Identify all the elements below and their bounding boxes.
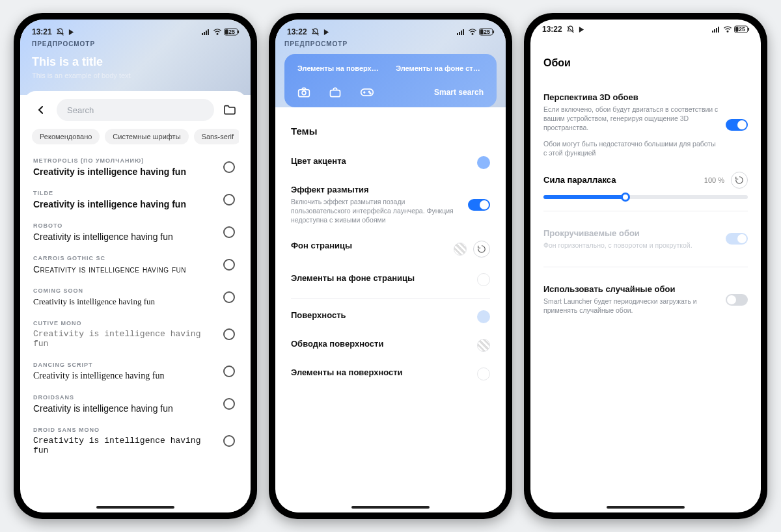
pagebg-swatch[interactable] — [454, 243, 467, 256]
row-note: Обои могут быть недостаточно большими дл… — [543, 139, 719, 157]
home-indicator[interactable] — [607, 506, 685, 509]
alarm-off-icon — [566, 25, 575, 34]
battery-pct: 25 — [228, 29, 235, 35]
briefcase-icon[interactable] — [329, 86, 342, 98]
home-indicator[interactable] — [351, 506, 430, 509]
row-page-bg[interactable]: Фон страницы — [291, 233, 490, 265]
parallax-slider[interactable] — [543, 195, 748, 199]
phone-3: 13:22 25 Обои Перспектива 3D обоев Если … — [524, 13, 767, 519]
row-accent[interactable]: Цвет акцента — [291, 148, 490, 177]
back-button[interactable] — [32, 101, 50, 119]
svg-rect-4 — [208, 29, 209, 35]
search-input[interactable]: Search — [57, 99, 214, 121]
home-indicator[interactable] — [96, 506, 174, 509]
row-on-surface[interactable]: Элементы на поверхности — [291, 360, 490, 388]
row-desc: Если включено, обои будут двигаться в со… — [543, 105, 719, 133]
font-radio[interactable] — [223, 194, 235, 206]
font-row[interactable]: CARROIS GOTHIC SCCreativity is intellige… — [32, 248, 239, 281]
play-icon — [68, 29, 74, 35]
slider-knob[interactable] — [621, 193, 630, 202]
slider-label: Сила параллакса — [543, 175, 616, 185]
chip-row[interactable]: Рекомендовано Системные шрифты Sans-seri… — [32, 129, 239, 144]
search-placeholder: Search — [67, 105, 94, 115]
tab-surface[interactable]: Элементы на поверхности — [294, 62, 384, 75]
font-sample: Creativity is intelligence having fun — [33, 297, 202, 307]
svg-point-23 — [370, 93, 371, 94]
row-perspective[interactable]: Перспектива 3D обоев Если включено, обои… — [543, 87, 748, 163]
svg-rect-28 — [718, 27, 719, 33]
play-icon — [323, 29, 329, 35]
svg-rect-3 — [206, 31, 207, 35]
reset-icon — [477, 245, 486, 254]
row-blur[interactable]: Эффект размытия Включить эффект размытия… — [291, 177, 490, 233]
battery-pct: 25 — [739, 26, 745, 33]
font-sample: Creativity is intelligence having fun — [33, 436, 202, 455]
font-row[interactable]: CUTIVE MONOCreativity is intelligence ha… — [32, 313, 239, 355]
screen-3: 13:22 25 Обои Перспектива 3D обоев Если … — [530, 20, 761, 512]
font-row[interactable]: TILDECreativity is intelligence having f… — [32, 183, 239, 216]
tab-page-bg[interactable]: Элементы на фоне страни... — [392, 62, 487, 75]
reset-button[interactable] — [473, 241, 490, 258]
gamepad-icon[interactable] — [360, 87, 374, 98]
font-radio[interactable] — [223, 291, 235, 303]
chip-recommended[interactable]: Рекомендовано — [32, 129, 100, 144]
row-on-page[interactable]: Элементы на фоне страницы — [291, 265, 490, 294]
font-row[interactable]: METROPOLIS (ПО УМОЛЧАНИЮ)Creativity is i… — [32, 151, 239, 183]
svg-rect-21 — [361, 89, 374, 96]
font-radio[interactable] — [223, 435, 235, 447]
font-sample: Creativity is intelligence having fun — [33, 166, 202, 177]
onsurface-swatch[interactable] — [477, 367, 490, 380]
font-row[interactable]: DROIDSANSCreativity is intelligence havi… — [32, 388, 239, 420]
row-label: Использовать случайные обои — [543, 284, 719, 294]
svg-point-14 — [472, 34, 473, 35]
font-radio[interactable] — [223, 226, 235, 238]
font-radio[interactable] — [223, 259, 235, 271]
font-name: DROID SANS MONO — [33, 427, 238, 433]
smart-search-label[interactable]: Smart search — [434, 88, 484, 97]
row-stroke[interactable]: Обводка поверхности — [291, 331, 490, 360]
row-label: Обводка поверхности — [291, 339, 471, 349]
slider-header: Сила параллакса 100 % — [543, 172, 748, 189]
blur-toggle[interactable] — [468, 199, 490, 211]
row-label: Фон страницы — [291, 241, 447, 250]
stroke-swatch[interactable] — [477, 339, 490, 352]
font-radio[interactable] — [223, 161, 235, 173]
random-toggle[interactable] — [726, 294, 748, 306]
folder-icon — [223, 105, 236, 115]
row-label: Поверхность — [291, 310, 471, 320]
svg-rect-26 — [714, 29, 715, 33]
row-label: Прокручиваемые обои — [543, 228, 719, 238]
surface-swatch[interactable] — [477, 310, 490, 323]
reset-button[interactable] — [731, 172, 748, 189]
signal-icon — [202, 29, 211, 35]
perspective-toggle[interactable] — [726, 119, 748, 131]
camera-icon[interactable] — [297, 86, 310, 98]
font-radio[interactable] — [223, 328, 235, 340]
font-row[interactable]: ROBOTOCreativity is intelligence having … — [32, 216, 239, 248]
row-desc: Фон горизонтально, с поворотом и прокрут… — [543, 241, 719, 250]
chip-system[interactable]: Системные шрифты — [105, 129, 188, 144]
accent-swatch[interactable] — [477, 156, 490, 169]
font-radio[interactable] — [223, 398, 235, 410]
battery-pct: 25 — [484, 29, 490, 35]
chip-sans[interactable]: Sans-serif — [194, 129, 239, 144]
font-row[interactable]: DANCING SCRIPTCreativity is intelligence… — [32, 355, 239, 388]
font-row[interactable]: DROID SANS MONOCreativity is intelligenc… — [32, 420, 239, 462]
row-random[interactable]: Использовать случайные обои Smart Launch… — [543, 279, 748, 320]
font-list[interactable]: METROPOLIS (ПО УМОЛЧАНИЮ)Creativity is i… — [32, 151, 239, 512]
statusbar: 13:21 25 — [20, 22, 251, 42]
font-name: TILDE — [33, 190, 238, 196]
wifi-icon — [468, 29, 477, 35]
font-row[interactable]: COMING SOONCreativity is intelligence ha… — [32, 281, 239, 313]
svg-rect-25 — [712, 31, 713, 33]
row-surface[interactable]: Поверхность — [291, 302, 490, 331]
svg-point-29 — [727, 31, 728, 33]
font-radio[interactable] — [223, 366, 235, 377]
font-name: CUTIVE MONO — [33, 320, 238, 326]
folder-button[interactable] — [221, 101, 239, 119]
font-sample: Creativity is intelligence having fun — [33, 232, 202, 242]
row-scroll: Прокручиваемые обои Фон горизонтально, с… — [543, 223, 748, 255]
svg-rect-27 — [716, 28, 717, 33]
onpage-swatch[interactable] — [477, 273, 490, 286]
font-sample: Creativity is intelligence having fun — [33, 329, 202, 349]
